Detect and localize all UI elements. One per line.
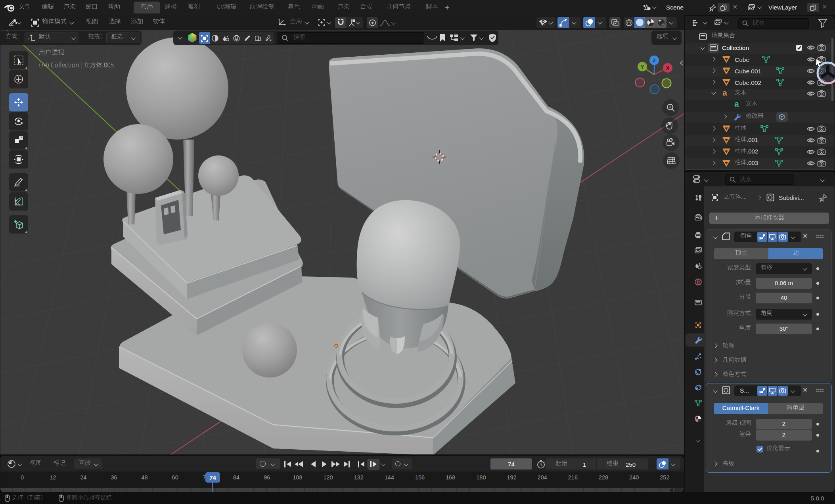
svg-text:Z: Z	[653, 57, 656, 63]
svg-text:Y: Y	[641, 64, 644, 70]
svg-text:X: X	[666, 65, 670, 71]
